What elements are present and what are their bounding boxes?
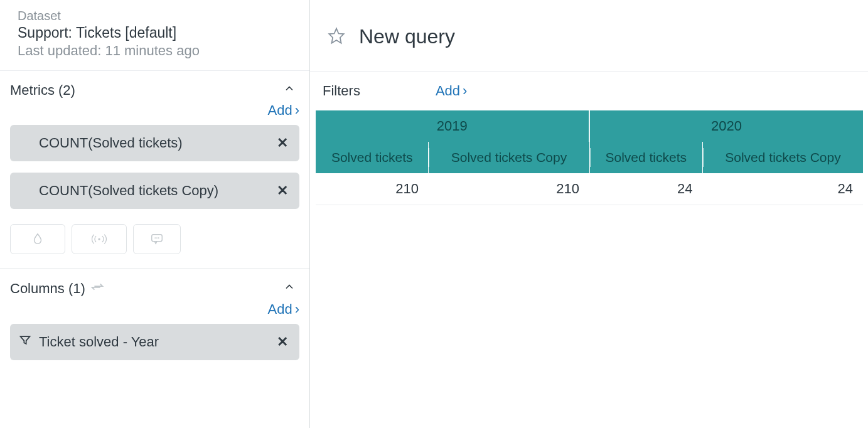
cell: 210 [316, 173, 429, 205]
chat-icon-button[interactable] [133, 224, 181, 254]
metrics-title: Metrics (2) [10, 82, 75, 99]
chevron-up-icon[interactable] [283, 281, 296, 297]
dataset-last-updated: Last updated: 11 minutes ago [18, 43, 294, 59]
close-icon[interactable]: ✕ [277, 334, 288, 350]
filters-label: Filters [323, 83, 360, 99]
query-title[interactable]: New query [359, 25, 455, 48]
columns-section-header[interactable]: Columns (1) [0, 269, 309, 301]
star-icon[interactable] [328, 27, 345, 47]
metric-label: COUNT(Solved tickets) [39, 135, 183, 151]
column-label: Ticket solved - Year [39, 334, 159, 350]
swap-icon[interactable] [90, 280, 104, 297]
columns-title: Columns (1) [10, 280, 104, 297]
subcolumn-header[interactable]: Solved tickets [589, 142, 702, 173]
metric-label: COUNT(Solved tickets Copy) [39, 183, 218, 199]
dataset-name: Support: Tickets [default] [18, 24, 294, 41]
add-label: Add [436, 83, 460, 99]
sidebar: Dataset Support: Tickets [default] Last … [0, 0, 310, 428]
close-icon[interactable]: ✕ [277, 135, 288, 151]
cell: 24 [589, 173, 702, 205]
main-panel: New query Filters Add › 2019 2020 Solved… [310, 0, 868, 428]
subcolumn-header[interactable]: Solved tickets Copy [702, 142, 863, 173]
chevron-right-icon: › [295, 301, 299, 318]
water-drop-icon-button[interactable] [10, 224, 65, 254]
dataset-label: Dataset [18, 9, 294, 23]
year-header[interactable]: 2020 [589, 110, 863, 142]
svg-point-0 [98, 238, 100, 240]
columns-title-text: Columns (1) [10, 281, 85, 297]
results-table: 2019 2020 Solved tickets Solved tickets … [315, 110, 863, 205]
metric-pill[interactable]: COUNT(Solved tickets) ✕ [10, 125, 299, 161]
svg-marker-5 [329, 28, 343, 43]
close-icon[interactable]: ✕ [277, 183, 288, 199]
filters-add-link[interactable]: Add › [436, 83, 467, 99]
metrics-add-link[interactable]: Add › [268, 102, 299, 119]
add-label: Add [268, 102, 292, 119]
metric-pill[interactable]: COUNT(Solved tickets Copy) ✕ [10, 173, 299, 209]
filters-row: Filters Add › [310, 72, 868, 110]
filter-icon [19, 334, 31, 350]
subcolumn-header[interactable]: Solved tickets Copy [429, 142, 589, 173]
metric-type-icons [0, 220, 309, 268]
metrics-section-header[interactable]: Metrics (2) [0, 71, 309, 102]
table-row: 210 210 24 24 [316, 173, 864, 205]
chevron-up-icon[interactable] [283, 82, 296, 99]
svg-point-4 [158, 237, 159, 238]
svg-point-3 [156, 237, 158, 238]
chevron-right-icon: › [295, 102, 299, 119]
column-pill[interactable]: Ticket solved - Year ✕ [10, 324, 299, 360]
svg-point-2 [154, 237, 156, 238]
broadcast-icon-button[interactable] [72, 224, 127, 254]
dataset-block: Dataset Support: Tickets [default] Last … [0, 0, 309, 71]
subcolumn-header[interactable]: Solved tickets [316, 142, 429, 173]
title-bar: New query [310, 0, 868, 72]
columns-add-link[interactable]: Add › [268, 301, 299, 318]
cell: 24 [702, 173, 863, 205]
cell: 210 [429, 173, 589, 205]
chevron-right-icon: › [463, 83, 467, 99]
add-label: Add [268, 301, 292, 318]
year-header[interactable]: 2019 [316, 110, 590, 142]
